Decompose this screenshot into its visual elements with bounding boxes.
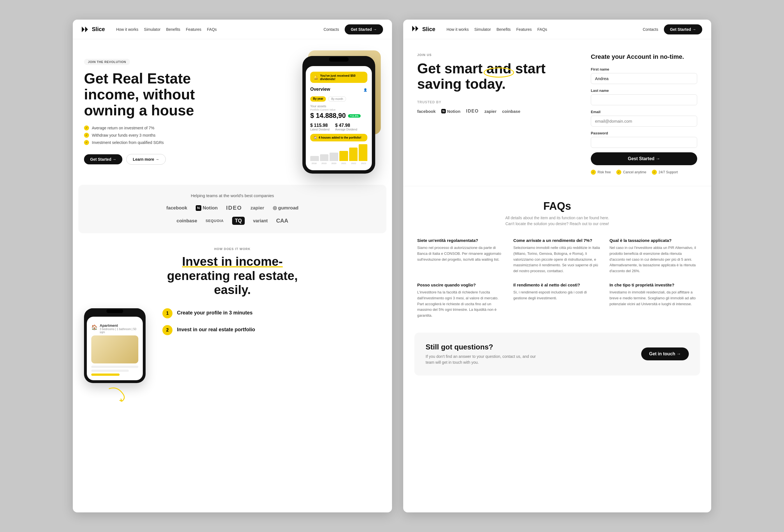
faq-item-2: Come arrivate a un rendimento del 7%? Se… [513, 238, 601, 274]
form-title: Create your Account in no-time. [591, 53, 697, 60]
faq-item-5: Il rendimento è al netto dei costi? Sì, … [513, 282, 601, 319]
logo-gumroad: ◎ gumroad [273, 205, 299, 211]
nav-faqs-right[interactable]: FAQs [537, 27, 547, 32]
nav-left: Slice How it works Simulator Benefits Fe… [73, 20, 392, 39]
trust-badge-cancel: ✓ Cancel anytime [616, 170, 646, 175]
form-label-password: Password [591, 131, 697, 135]
form-input-lastname[interactable] [591, 94, 697, 105]
form-input-password[interactable] [591, 137, 697, 148]
step-num-2: 2 [162, 325, 172, 335]
form-input-firstname[interactable] [591, 73, 697, 84]
get-in-touch-button[interactable]: Get in touch → [641, 347, 689, 360]
get-started-button-right[interactable]: Get Started → [664, 24, 702, 34]
join-section: JOIN US Get smart and startsaving today.… [403, 39, 711, 186]
phone-sub-amounts: $ 115.98 Latest Dividend $ 47.98 Average… [310, 123, 367, 131]
trust-check-1: ✓ [591, 170, 596, 175]
step-text-2: Invest in our real estate portfolio [177, 325, 255, 333]
faq-answer-5: Sì, i rendimenti esposti includono già i… [513, 289, 601, 301]
questions-subtitle: If you don't find an answer to your ques… [426, 354, 538, 365]
logo-icon-right [412, 25, 420, 34]
nav-how-it-works[interactable]: How it works [116, 27, 138, 32]
hero-get-started-button[interactable]: Get Started → [84, 154, 122, 164]
nav-right-right: Contacts Get Started → [643, 24, 702, 34]
how-title: Invest in income- generating real estate… [84, 254, 381, 297]
form-group-password: Password [591, 131, 697, 148]
faq-item-3: Qual è la tassazione applicata? Nel caso… [610, 238, 697, 274]
hero-title: Get Real Estate income, without owning a… [84, 71, 288, 119]
logo-text: Slice [92, 26, 105, 32]
logo-icon [82, 26, 90, 33]
faq-answer-2: Selezioniamo immobili nelle città più re… [513, 245, 601, 274]
apt-meta: 3 bedrooms | 1 bathroom | 50 sqm [100, 328, 138, 334]
join-logo-zapier: zapier [484, 109, 497, 114]
how-step-1: 1 Create your profile in 3 minutes [162, 308, 381, 318]
tab-by-month[interactable]: By month [328, 96, 346, 102]
join-logo-coinbase: coinbase [502, 109, 520, 114]
trusted-logos-row1: facebook N Notion IDEO zapier ◎ gumroad [90, 205, 375, 211]
check-icon-2: ✓ [84, 133, 89, 138]
nav-feat-right[interactable]: Features [516, 27, 532, 32]
hero-actions: Get Started → Learn more → [84, 154, 288, 165]
apt-label: Apartment [100, 324, 138, 328]
nav-faqs[interactable]: FAQs [207, 27, 217, 32]
join-left: JOIN US Get smart and startsaving today.… [417, 53, 580, 114]
faq-question-2: Come arrivate a un rendimento del 7%? [513, 238, 601, 243]
nav-contacts[interactable]: Contacts [324, 27, 339, 32]
nav-features[interactable]: Features [186, 27, 201, 32]
nav-links-right: How it works Simulator Benefits Features… [447, 27, 547, 32]
logo-notion: N Notion [196, 205, 218, 211]
logo-right[interactable]: Slice [412, 25, 436, 34]
nav-contacts-right[interactable]: Contacts [643, 27, 658, 32]
logo-facebook: facebook [166, 205, 187, 211]
hero-highlight: income [84, 86, 135, 103]
faq-question-4: Posso uscire quando voglio? [417, 282, 505, 287]
form-input-email[interactable] [591, 116, 697, 127]
questions-title: Still got questions? [426, 343, 538, 352]
form-submit-button[interactable]: Gest Started → [591, 152, 697, 165]
join-right: Create your Account in no-time. First na… [591, 53, 697, 175]
logo-ideo: IDEO [226, 205, 242, 211]
join-badge: JOIN US [417, 53, 580, 57]
form-group-email: Email [591, 110, 697, 127]
right-window: Slice How it works Simulator Benefits Fe… [403, 20, 711, 512]
trusted-logos-row2: coinbase SEQUOIA TQ variant CAA [90, 217, 375, 225]
join-logo-notion: N Notion [441, 109, 460, 114]
faq-answer-3: Nel caso in cui l'investitore abbia un P… [610, 245, 697, 274]
hero-badge: JOIN THE REVOLUTION [84, 59, 130, 65]
logo-variant: variant [253, 218, 268, 223]
hero-left: JOIN THE REVOLUTION Get Real Estate inco… [84, 50, 288, 176]
get-started-button[interactable]: Get Started → [345, 24, 383, 34]
form-group-lastname: Last name [591, 88, 697, 105]
hero-learn-more-button[interactable]: Learn more → [126, 154, 166, 165]
faq-question-1: Siete un'entità regolamentata? [417, 238, 505, 243]
phone-header: Overview 👤 [310, 87, 367, 93]
svg-marker-1 [85, 27, 88, 32]
trusted-section: Helping teams at the world's best compan… [78, 185, 386, 233]
faq-item-6: In che tipo ti proprietà investite? Inve… [610, 282, 697, 319]
nav-ben-right[interactable]: Benefits [497, 27, 511, 32]
faq-answer-6: Investiamo in immobili residenziali, da … [610, 289, 697, 307]
phone-amount: $ 14.888,90 [310, 112, 346, 119]
faqs-section: FAQs All details about the item and its … [403, 186, 711, 327]
nav-how-right[interactable]: How it works [447, 27, 469, 32]
faq-question-5: Il rendimento è al netto dei costi? [513, 282, 601, 287]
chart-bars [310, 144, 367, 161]
faqs-title: FAQs [417, 200, 697, 212]
join-logo-facebook: facebook [417, 109, 436, 114]
nav-benefits[interactable]: Benefits [166, 27, 180, 32]
nav-sim-right[interactable]: Simulator [474, 27, 491, 32]
phone-notification-bottom: 🏠 4 houses added to the portfolio! [310, 134, 367, 141]
phone-badge-green: +11.5% [348, 114, 361, 118]
logo[interactable]: Slice [82, 26, 105, 33]
trust-badge-support: ✓ 24/7 Support [652, 170, 678, 175]
trusted-by-label: TRUSTED BY [417, 100, 580, 104]
nav-right: Slice How it works Simulator Benefits Fe… [403, 20, 711, 39]
tab-by-year[interactable]: By year [310, 96, 326, 102]
nav-simulator[interactable]: Simulator [144, 27, 161, 32]
how-phone: 🏠 Apartment 3 bedrooms | 1 bathroom | 50… [84, 308, 151, 404]
hero-checklist: ✓ Average return on investment of 7% ✓ W… [84, 125, 288, 145]
step-num-1: 1 [162, 308, 172, 318]
logo-coinbase: coinbase [176, 218, 197, 224]
checklist-item-1: ✓ Average return on investment of 7% [84, 125, 288, 131]
questions-section: Still got questions? If you don't find a… [414, 333, 700, 375]
